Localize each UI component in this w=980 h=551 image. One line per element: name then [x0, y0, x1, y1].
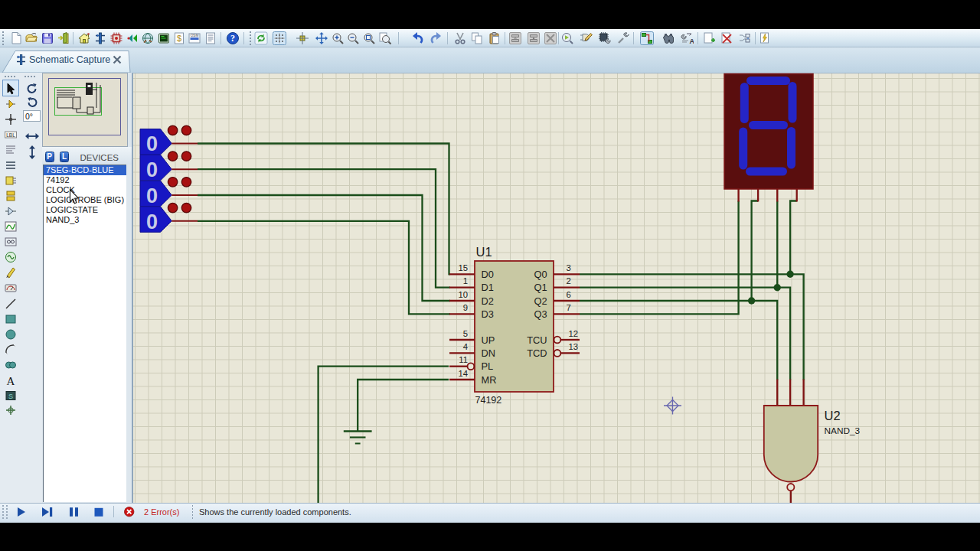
- svg-text:Q1: Q1: [534, 282, 547, 293]
- svg-text:15: 15: [458, 263, 468, 272]
- svg-text:14: 14: [458, 369, 468, 378]
- svg-text:9: 9: [463, 303, 468, 312]
- svg-text:D1: D1: [482, 282, 494, 293]
- svg-text:0: 0: [146, 184, 158, 207]
- svg-text:4: 4: [463, 342, 468, 351]
- svg-text:MR: MR: [482, 374, 497, 386]
- svg-text:TCU: TCU: [527, 334, 547, 346]
- svg-text:2: 2: [567, 276, 571, 285]
- svg-text:UP: UP: [482, 334, 495, 346]
- svg-text:10: 10: [458, 290, 468, 299]
- svg-text:?: ?: [230, 33, 235, 44]
- svg-text:11: 11: [459, 355, 468, 364]
- svg-text:A: A: [7, 375, 15, 387]
- svg-text:0: 0: [146, 210, 158, 233]
- svg-text:A: A: [690, 37, 694, 45]
- svg-text:Q2: Q2: [534, 295, 547, 307]
- svg-text:0: 0: [146, 132, 158, 155]
- svg-text:D0: D0: [482, 269, 494, 280]
- svg-text:LBL: LBL: [6, 132, 15, 138]
- svg-text:3: 3: [567, 263, 571, 272]
- svg-text:$: $: [177, 34, 181, 43]
- svg-text:6: 6: [567, 290, 571, 299]
- svg-text:TCD: TCD: [527, 347, 547, 359]
- svg-text:7: 7: [567, 303, 571, 312]
- svg-text:Q3: Q3: [534, 308, 547, 320]
- svg-text:OSM: OSM: [191, 34, 199, 37]
- svg-text:NAND_3: NAND_3: [825, 425, 861, 436]
- svg-text:U2: U2: [825, 409, 841, 422]
- svg-text:0: 0: [146, 158, 158, 181]
- svg-text:5: 5: [463, 329, 468, 338]
- svg-text:S: S: [8, 393, 13, 400]
- svg-text:U1: U1: [476, 245, 492, 259]
- svg-text:Q0: Q0: [534, 269, 547, 280]
- svg-text:PL: PL: [482, 360, 494, 372]
- svg-text:D3: D3: [482, 308, 494, 320]
- svg-text:12: 12: [569, 329, 579, 338]
- svg-text:DN: DN: [482, 347, 495, 359]
- svg-text:74192: 74192: [475, 395, 502, 406]
- svg-text:1: 1: [463, 276, 468, 285]
- svg-text:D2: D2: [482, 295, 494, 307]
- svg-text:13: 13: [569, 342, 579, 351]
